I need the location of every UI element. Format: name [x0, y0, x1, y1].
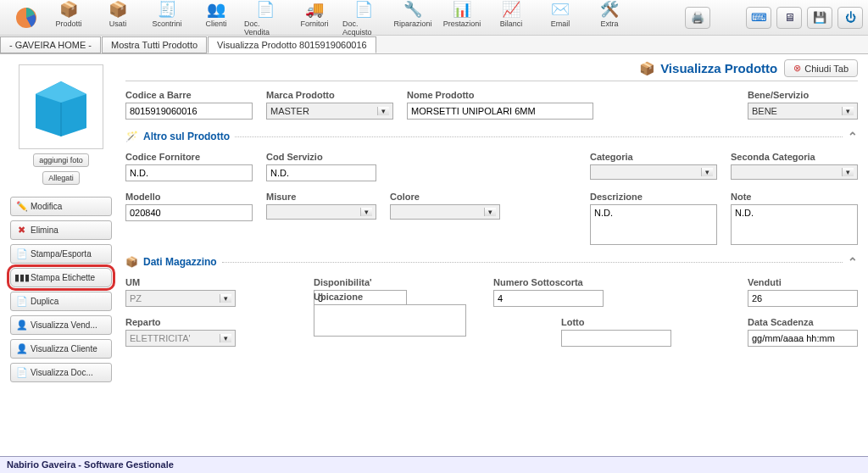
power-button[interactable]: ⏻ [837, 7, 863, 29]
tb-label: Clienti [205, 19, 226, 28]
delete-button[interactable]: ✖Elimina [10, 220, 112, 240]
tb-label: Prestazioni [443, 19, 481, 28]
wand-icon: 🪄 [125, 131, 138, 142]
attachments-button[interactable]: Allegati [42, 171, 80, 185]
collapse-toggle[interactable]: ⌃ [848, 130, 858, 143]
print-export-button[interactable]: 📄Stampa/Esporta [10, 244, 112, 264]
btn-label: Modifica [31, 202, 62, 211]
chevron-down-icon: ▾ [360, 208, 372, 216]
tb-usati[interactable]: 📦Usati [97, 0, 139, 36]
brand-label: Marca Prodotto [266, 90, 393, 100]
print-labels-button[interactable]: ▮▮▮Stampa Etichette [10, 268, 112, 287]
barcode-icon: ▮▮▮ [16, 272, 27, 283]
btn-label: Visualizza Cliente [31, 344, 97, 353]
color-select[interactable]: ▾ [390, 204, 500, 220]
expiry-input[interactable] [748, 330, 858, 347]
supplier-input[interactable] [125, 164, 253, 181]
disk-button[interactable]: 💾 [807, 7, 832, 29]
tab-all-products[interactable]: Mostra Tutti Prodotto [102, 36, 207, 53]
btn-label: Duplica [31, 297, 58, 306]
category-select[interactable]: ▾ [590, 164, 717, 180]
collapse-toggle[interactable]: ⌃ [848, 255, 858, 269]
dept-label: Reparto [125, 317, 236, 327]
um-label: UM [125, 277, 236, 287]
sold-input[interactable] [748, 290, 858, 307]
tb-label: Doc. Vendita [244, 19, 287, 36]
expiry-label: Data Scadenza [748, 317, 858, 327]
left-sidebar: aggiungi foto Allegati ✏️Modifica ✖Elimi… [0, 54, 122, 456]
tab-view-product[interactable]: Visualizza Prodotto 8015919060016 [208, 36, 376, 53]
size-select[interactable]: ▾ [266, 204, 376, 220]
dept-select[interactable]: ELETTRICITA'▾ [125, 330, 236, 347]
tb-label: Bilanci [500, 19, 523, 28]
box-icon: 📦 [639, 61, 655, 76]
chevron-down-icon: ▾ [842, 107, 854, 115]
service-input[interactable] [266, 164, 376, 181]
tab-home[interactable]: - GAVEIRA HOME - [0, 36, 101, 53]
btn-label: Elimina [31, 225, 58, 235]
btn-label: Stampa/Esporta [31, 249, 92, 259]
reorder-input[interactable] [493, 290, 604, 307]
display-button[interactable]: 🖥 [776, 7, 802, 29]
tb-scontrini[interactable]: 🧾Scontrini [146, 0, 188, 36]
lot-input[interactable] [561, 330, 671, 347]
sec-title: Dati Magazzino [143, 256, 217, 268]
page-title: 📦 Visualizza Prodotto [639, 61, 777, 76]
chevron-down-icon: ▾ [701, 168, 713, 176]
printer-button[interactable]: 🖨️ [685, 7, 710, 29]
user-icon: 👤 [16, 320, 27, 331]
tb-clienti[interactable]: 👥Clienti [195, 0, 237, 36]
duplicate-button[interactable]: 📄Duplica [10, 292, 112, 311]
desc-input[interactable]: N.D. [590, 204, 717, 245]
tb-label: Prodotti [55, 19, 81, 28]
barcode-input[interactable] [125, 103, 253, 120]
category2-select[interactable]: ▾ [731, 164, 858, 180]
tb-doc-acquisto[interactable]: 📄Doc. Acquisto [342, 0, 385, 36]
name-input[interactable] [407, 103, 593, 120]
tb-label: Riparazioni [393, 19, 431, 28]
tb-prodotti[interactable]: 📦Prodotti [47, 0, 90, 36]
x-icon: ✖ [16, 225, 27, 236]
chevron-down-icon: ▾ [220, 294, 231, 303]
lot-label: Lotto [561, 317, 671, 327]
location-input[interactable] [314, 304, 466, 337]
location-label: Ubicazione [314, 292, 466, 302]
chevron-down-icon: ▾ [484, 208, 496, 216]
btn-label: Stampa Etichette [31, 273, 95, 282]
note-input[interactable]: N.D. [731, 204, 858, 245]
tb-bilanci[interactable]: 📈Bilanci [490, 0, 532, 36]
view-client-button[interactable]: 👤Visualizza Cliente [10, 339, 112, 359]
pencil-icon: ✏️ [16, 201, 27, 212]
add-photo-button[interactable]: aggiungi foto [33, 153, 89, 167]
title-text: Visualizza Prodotto [660, 61, 777, 75]
view-doc-button[interactable]: 📄Visualizza Doc... [10, 363, 112, 382]
tb-label: Doc. Acquisto [342, 19, 385, 36]
section-altro: 🪄 Altro sul Prodotto ⌃ [125, 130, 858, 143]
tb-extra[interactable]: 🛠️Extra [588, 0, 631, 36]
tb-label: Extra [600, 19, 618, 28]
combo-val: BENE [752, 106, 777, 116]
keyboard-button[interactable]: ⌨ [746, 7, 771, 29]
category-label: Categoria [590, 152, 717, 162]
tb-doc-vendita[interactable]: 📄Doc. Vendita [244, 0, 287, 36]
view-sales-button[interactable]: 👤Visualizza Vend... [10, 315, 112, 335]
type-select[interactable]: BENE▾ [748, 103, 858, 120]
tb-email[interactable]: ✉️Email [539, 0, 581, 36]
tb-fornitori[interactable]: 🚚Fornitori [293, 0, 336, 36]
btn-label: Visualizza Vend... [31, 320, 97, 330]
edit-button[interactable]: ✏️Modifica [10, 197, 112, 216]
chevron-down-icon: ▾ [842, 168, 854, 176]
model-input[interactable] [125, 204, 253, 221]
close-tab-button[interactable]: ⊗ Chiudi Tab [784, 59, 858, 77]
tb-riparazioni[interactable]: 🔧Riparazioni [392, 0, 434, 36]
category2-label: Seconda Categoria [731, 152, 858, 162]
brand-select[interactable]: MASTER▾ [266, 103, 393, 120]
um-select[interactable]: PZ▾ [125, 290, 236, 307]
logo [5, 6, 47, 30]
color-label: Colore [390, 192, 500, 202]
close-icon: ⊗ [793, 63, 801, 74]
combo-val: ELETTRICITA' [130, 333, 191, 343]
tb-prestazioni[interactable]: 📊Prestazioni [441, 0, 483, 36]
sold-label: Venduti [748, 277, 858, 287]
tb-label: Email [551, 19, 570, 28]
